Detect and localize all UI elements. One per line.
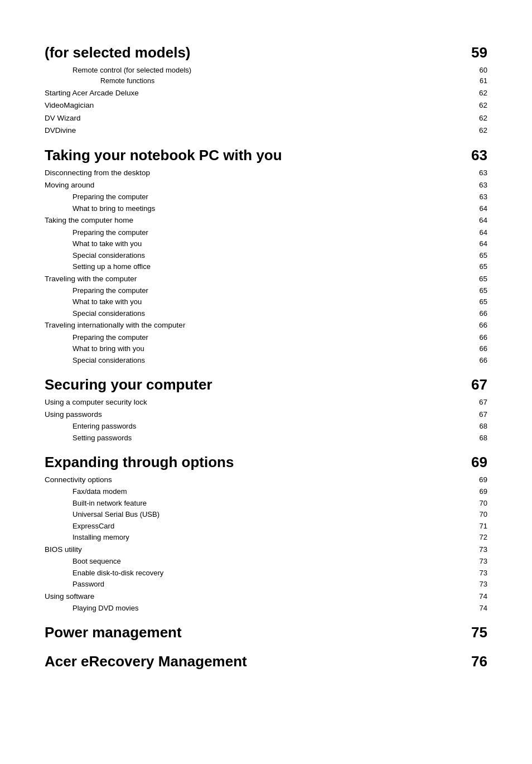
- toc-title: Acer eRecovery Management: [45, 652, 465, 671]
- toc-page-number: 59: [465, 44, 487, 63]
- toc-page-number: 70: [465, 509, 487, 520]
- toc-entry: Preparing the computer65: [45, 285, 487, 296]
- toc-entry: What to bring to meetings64: [45, 203, 487, 214]
- toc-entry: What to bring with you66: [45, 343, 487, 354]
- toc-title: Moving around: [45, 180, 465, 191]
- toc-entry: Preparing the computer66: [45, 332, 487, 343]
- toc-page-number: 73: [465, 544, 487, 555]
- toc-title: Using software: [45, 591, 465, 602]
- toc-title: Universal Serial Bus (USB): [72, 509, 465, 520]
- toc-page-number: 60: [465, 65, 487, 76]
- toc-title: Power management: [45, 623, 465, 642]
- toc-entry: Remote control (for selected models)60: [45, 65, 487, 76]
- toc-title: Fax/data modem: [72, 486, 465, 497]
- toc-page-number: 61: [465, 76, 487, 87]
- toc-entry: DV Wizard62: [45, 113, 487, 124]
- toc-page-number: 67: [465, 397, 487, 408]
- toc-entry: Using passwords67: [45, 409, 487, 420]
- toc-title: Setting passwords: [72, 433, 465, 444]
- toc-entry: Remote functions61: [45, 76, 487, 87]
- toc-page-number: 76: [465, 652, 487, 671]
- toc-entry: Expanding through options69: [45, 453, 487, 472]
- toc-page-number: 62: [465, 88, 487, 99]
- toc-page-number: 64: [465, 215, 487, 226]
- toc-entry: Taking the computer home64: [45, 215, 487, 226]
- toc-title: Using passwords: [45, 409, 465, 420]
- toc-title: Using a computer security lock: [45, 397, 465, 408]
- toc-entry: ExpressCard71: [45, 521, 487, 532]
- toc-title: ExpressCard: [72, 521, 465, 532]
- toc-page-number: 66: [465, 308, 487, 319]
- toc-entry: Disconnecting from the desktop63: [45, 167, 487, 179]
- toc-page-number: 63: [465, 180, 487, 191]
- toc-entry: Enable disk-to-disk recovery73: [45, 568, 487, 579]
- toc-entry: Special considerations65: [45, 250, 487, 261]
- toc-title: Installing memory: [72, 532, 465, 543]
- toc-page-number: 65: [465, 273, 487, 285]
- toc-entry: Traveling with the computer65: [45, 273, 487, 285]
- toc-page-number: 63: [465, 146, 487, 165]
- toc-page-number: 66: [465, 355, 487, 366]
- toc-page-number: 69: [465, 486, 487, 497]
- toc-title: Connectivity options: [45, 474, 465, 486]
- toc-page-number: 64: [465, 227, 487, 238]
- toc-title: Password: [72, 579, 465, 590]
- toc-title: Setting up a home office: [72, 261, 465, 272]
- toc-title: Remote functions: [100, 76, 465, 87]
- toc-title: Special considerations: [72, 355, 465, 366]
- toc-entry: Taking your notebook PC with you63: [45, 146, 487, 165]
- toc-entry: Special considerations66: [45, 355, 487, 366]
- toc-entry: Using software74: [45, 591, 487, 602]
- toc-page-number: 66: [465, 343, 487, 354]
- toc-page-number: 65: [465, 296, 487, 307]
- toc-entry: DVDivine62: [45, 125, 487, 136]
- toc-title: (for selected models): [45, 44, 465, 63]
- toc-page-number: 68: [465, 433, 487, 444]
- toc-entry: Playing DVD movies74: [45, 603, 487, 614]
- toc-entry: Fax/data modem69: [45, 486, 487, 497]
- toc-page-number: 73: [465, 568, 487, 579]
- toc-entry: (for selected models)59: [45, 44, 487, 63]
- toc-title: Boot sequence: [72, 556, 465, 567]
- toc-entry: VideoMagician62: [45, 100, 487, 111]
- toc-title: Starting Acer Arcade Deluxe: [45, 88, 465, 99]
- toc-title: Entering passwords: [72, 421, 465, 432]
- toc-page-number: 65: [465, 285, 487, 296]
- toc-page-number: 65: [465, 261, 487, 272]
- toc-title: Taking the computer home: [45, 215, 465, 226]
- toc-page-number: 66: [465, 320, 487, 331]
- toc-title: What to take with you: [72, 296, 465, 307]
- toc-title: Built-in network feature: [72, 498, 465, 509]
- toc-page-number: 63: [465, 191, 487, 203]
- toc-title: Preparing the computer: [72, 332, 465, 343]
- toc-title: BIOS utility: [45, 544, 465, 555]
- toc-container: (for selected models)59Remote control (f…: [45, 44, 487, 671]
- toc-title: DV Wizard: [45, 113, 465, 124]
- toc-page-number: 73: [465, 579, 487, 590]
- toc-title: Taking your notebook PC with you: [45, 146, 465, 165]
- toc-title: What to bring to meetings: [72, 203, 465, 214]
- toc-entry: Power management75: [45, 623, 487, 642]
- toc-entry: Setting passwords68: [45, 433, 487, 444]
- toc-page-number: 65: [465, 250, 487, 261]
- toc-entry: Universal Serial Bus (USB)70: [45, 509, 487, 520]
- toc-page-number: 69: [465, 453, 487, 472]
- toc-page-number: 62: [465, 125, 487, 136]
- toc-title: Traveling with the computer: [45, 273, 465, 285]
- toc-entry: Installing memory72: [45, 532, 487, 543]
- toc-title: Traveling internationally with the compu…: [45, 320, 465, 331]
- toc-title: What to bring with you: [72, 343, 465, 354]
- toc-title: Preparing the computer: [72, 191, 465, 203]
- toc-title: Remote control (for selected models): [72, 65, 465, 76]
- toc-page-number: 67: [465, 376, 487, 395]
- toc-title: Preparing the computer: [72, 285, 465, 296]
- toc-entry: Special considerations66: [45, 308, 487, 319]
- toc-title: Securing your computer: [45, 376, 465, 395]
- toc-page-number: 66: [465, 332, 487, 343]
- toc-page-number: 62: [465, 113, 487, 124]
- toc-title: Special considerations: [72, 250, 465, 261]
- toc-title: Disconnecting from the desktop: [45, 167, 465, 179]
- toc-page-number: 75: [465, 623, 487, 642]
- toc-entry: Preparing the computer63: [45, 191, 487, 203]
- toc-page-number: 70: [465, 498, 487, 509]
